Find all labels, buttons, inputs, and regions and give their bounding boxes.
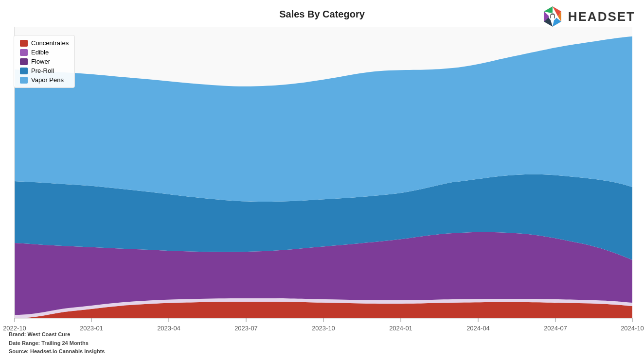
legend-color-flower: [20, 58, 28, 65]
legend-color-vaporpen: [20, 77, 28, 84]
logo-area: HEADSET: [541, 5, 635, 28]
headset-logo-icon: [541, 5, 564, 28]
date-value: Trailing 24 Months: [41, 340, 89, 346]
legend-color-concentrates: [20, 40, 28, 47]
source-label: Source:: [9, 348, 29, 354]
legend-item-concentrates: Concentrates: [20, 39, 69, 47]
footer-source: Source: Headset.io Cannabis Insights: [9, 347, 105, 356]
legend-label-concentrates: Concentrates: [31, 39, 69, 47]
legend-color-preroll: [20, 68, 28, 74]
legend-label-vaporpen: Vapor Pens: [31, 76, 64, 84]
legend-item-edible: Edible: [20, 49, 69, 56]
legend-item-flower: Flower: [20, 58, 69, 65]
legend-label-edible: Edible: [31, 49, 49, 56]
chart-container: HEADSET Sales By Category Concentrates E…: [0, 0, 644, 361]
chart-legend: Concentrates Edible Flower Pre-Roll Vapo…: [14, 35, 75, 88]
brand-value: West Coast Cure: [28, 331, 71, 337]
date-label: Date Range:: [9, 340, 40, 346]
x-label-3: 2023-07: [234, 325, 258, 332]
source-value: Headset.io Cannabis Insights: [30, 348, 105, 354]
x-label-4: 2023-10: [312, 325, 335, 332]
area-chart-svg: 2022-10 2023-01 2023-04 2023-07 2023-10 …: [0, 27, 644, 345]
legend-label-preroll: Pre-Roll: [31, 67, 54, 74]
legend-label-flower: Flower: [31, 58, 50, 65]
legend-item-vaporpen: Vapor Pens: [20, 76, 69, 84]
x-axis-labels: 2022-10 2023-01 2023-04 2023-07 2023-10 …: [3, 318, 644, 332]
footer-info: Brand: West Coast Cure Date Range: Trail…: [9, 330, 105, 356]
x-label-2: 2023-04: [157, 325, 180, 332]
footer-date: Date Range: Trailing 24 Months: [9, 339, 105, 348]
brand-label: Brand:: [9, 331, 26, 337]
legend-item-preroll: Pre-Roll: [20, 67, 69, 74]
legend-color-edible: [20, 49, 28, 56]
logo-text: HEADSET: [568, 9, 635, 24]
footer-brand: Brand: West Coast Cure: [9, 330, 105, 339]
x-label-7: 2024-07: [544, 325, 567, 332]
x-label-6: 2024-04: [466, 325, 490, 332]
x-label-5: 2024-01: [389, 325, 412, 332]
x-label-8: 2024-10: [621, 325, 644, 332]
